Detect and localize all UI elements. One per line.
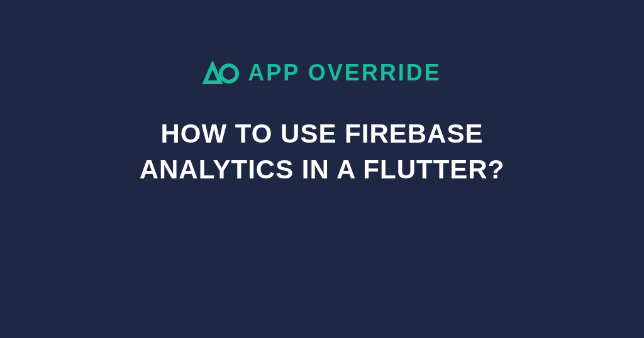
page-title: How to use Firebase Analytics in a Flutt… <box>83 116 561 187</box>
brand-name: APP OVERRIDE <box>248 60 441 86</box>
brand-logo: APP OVERRIDE <box>203 60 441 86</box>
svg-point-0 <box>221 65 237 82</box>
logo-mark-icon <box>203 61 239 85</box>
